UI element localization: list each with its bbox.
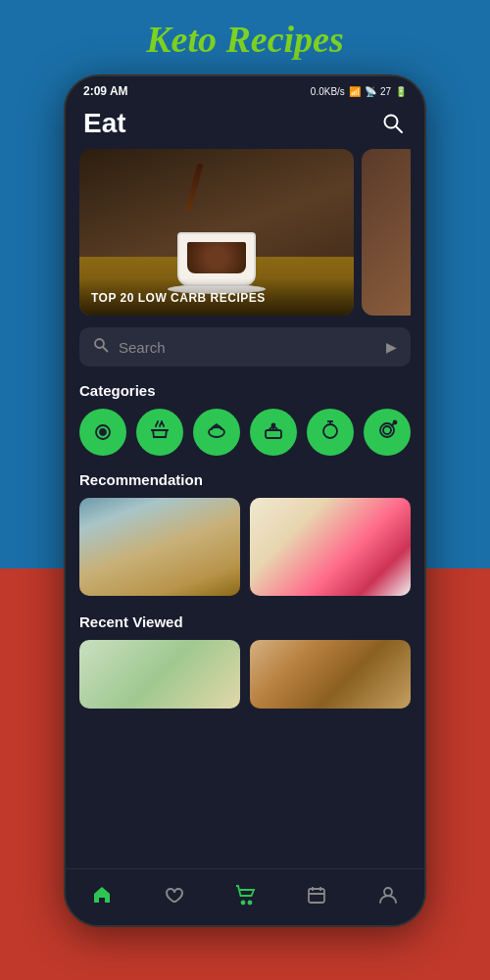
recommendation-title: Recommendation	[66, 467, 424, 498]
svg-point-5	[100, 429, 106, 435]
recommendation-row	[66, 498, 424, 610]
cart-icon	[234, 884, 256, 910]
hero-section: TOP 20 LOW CARB RECIPES	[66, 149, 424, 316]
recent-viewed-title: Recent Viewed	[66, 610, 424, 640]
calendar-icon	[306, 884, 327, 910]
category-salad[interactable]	[193, 409, 240, 456]
rec-card-omelet[interactable]	[79, 498, 240, 596]
svg-point-10	[323, 424, 337, 438]
search-icon	[93, 337, 109, 357]
search-placeholder: Search	[119, 339, 376, 356]
dessert-icon	[262, 418, 285, 447]
svg-rect-19	[309, 889, 324, 903]
bottom-nav	[66, 868, 424, 925]
svg-point-17	[241, 902, 244, 905]
search-section: Search ▶	[66, 316, 424, 378]
svg-point-16	[394, 420, 397, 423]
app-header: Eat	[66, 102, 424, 149]
categories-row	[66, 409, 424, 467]
svg-rect-7	[266, 430, 281, 438]
status-bar: 2:09 AM 0.0KB/s 📶 📡 27 🔋	[66, 76, 424, 102]
category-stew[interactable]	[136, 409, 183, 456]
hero-card[interactable]: TOP 20 LOW CARB RECIPES	[79, 149, 354, 316]
battery-level: 27	[380, 86, 391, 97]
header-title: Eat	[83, 108, 126, 139]
nav-profile[interactable]	[366, 878, 411, 916]
home-icon	[91, 884, 113, 910]
svg-line-3	[103, 347, 108, 352]
search-arrow-icon: ▶	[386, 339, 397, 355]
nav-favorites[interactable]	[151, 878, 196, 916]
category-eggs[interactable]	[79, 409, 126, 456]
signal-icon: 📶	[349, 86, 361, 97]
category-dessert[interactable]	[250, 409, 297, 456]
category-meat[interactable]	[364, 409, 411, 456]
recent-image-1	[79, 640, 240, 709]
svg-point-9	[272, 423, 275, 426]
nav-calendar[interactable]	[294, 878, 339, 916]
categories-title: Categories	[66, 378, 424, 409]
hero-label: TOP 20 LOW CARB RECIPES	[91, 291, 266, 305]
wifi-icon: 📡	[365, 86, 376, 97]
network-speed: 0.0KB/s	[311, 86, 345, 97]
phone-frame: 2:09 AM 0.0KB/s 📶 📡 27 🔋 Eat	[64, 74, 426, 927]
meat-icon	[375, 418, 399, 447]
svg-point-14	[383, 426, 391, 434]
profile-icon	[377, 884, 399, 910]
svg-point-18	[248, 902, 251, 905]
heart-icon	[163, 884, 184, 910]
battery-icon: 🔋	[395, 86, 407, 97]
status-time: 2:09 AM	[83, 84, 128, 98]
stew-icon	[148, 418, 172, 447]
meal-icon	[318, 418, 342, 447]
nav-home[interactable]	[79, 878, 124, 916]
recent-card-1[interactable]	[79, 640, 240, 709]
salad-icon	[205, 418, 228, 447]
eggs-icon	[91, 418, 115, 447]
rec-card-dessert[interactable]	[250, 498, 411, 596]
nav-cart[interactable]	[222, 878, 268, 916]
hero-overlay: TOP 20 LOW CARB RECIPES	[79, 278, 354, 316]
dessert-image	[250, 498, 411, 596]
recent-viewed-row	[66, 640, 424, 720]
omelet-image	[79, 498, 240, 596]
page-title: Keto Recipes	[146, 18, 344, 61]
hero-side-card[interactable]	[362, 149, 411, 316]
recent-card-2[interactable]	[250, 640, 411, 709]
recent-image-2	[250, 640, 411, 709]
header-search-button[interactable]	[379, 110, 407, 137]
svg-line-1	[396, 126, 402, 132]
category-meal[interactable]	[307, 409, 354, 456]
svg-point-23	[384, 888, 392, 896]
search-bar[interactable]: Search ▶	[79, 327, 411, 367]
status-icons: 0.0KB/s 📶 📡 27 🔋	[311, 86, 407, 97]
